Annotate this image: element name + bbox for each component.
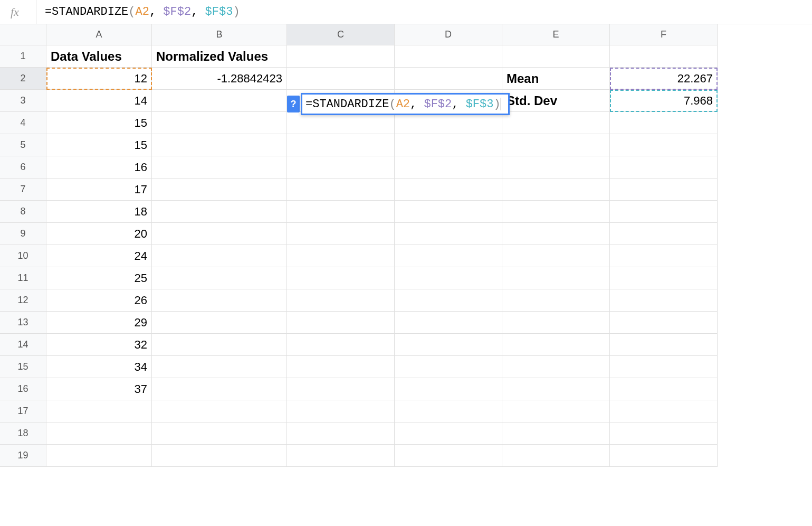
cell-E17[interactable] (502, 400, 610, 422)
cell-E14[interactable] (502, 334, 610, 356)
cell-C4[interactable] (287, 112, 395, 134)
cell-F8[interactable] (610, 201, 718, 223)
cell-C13[interactable] (287, 312, 395, 334)
cell-F3[interactable]: 7.968 (610, 90, 718, 112)
cell-E5[interactable] (502, 134, 610, 156)
cell-F2[interactable]: 22.267 (610, 68, 718, 90)
cell-B18[interactable] (152, 422, 287, 445)
cell-B17[interactable] (152, 400, 287, 422)
cell-A11[interactable]: 25 (46, 267, 152, 289)
cell-F6[interactable] (610, 156, 718, 179)
cell-E6[interactable] (502, 156, 610, 179)
cell-A3[interactable]: 14 (46, 90, 152, 112)
col-header-C[interactable]: C (287, 24, 395, 45)
cell-A14[interactable]: 32 (46, 334, 152, 356)
row-header[interactable]: 14 (0, 334, 46, 356)
cell-B12[interactable] (152, 289, 287, 312)
formula-bar[interactable]: fx =STANDARDIZE(A2, $F$2, $F$3) (0, 0, 812, 24)
cell-F10[interactable] (610, 245, 718, 267)
cell-A6[interactable]: 16 (46, 156, 152, 179)
cell-A15[interactable]: 34 (46, 356, 152, 378)
cell-E2[interactable]: Mean (502, 68, 610, 90)
cell-B15[interactable] (152, 356, 287, 378)
cell-D2[interactable] (395, 68, 502, 90)
row-header[interactable]: 17 (0, 400, 46, 422)
cell-E9[interactable] (502, 223, 610, 245)
cell-E8[interactable] (502, 201, 610, 223)
cell-F16[interactable] (610, 378, 718, 400)
cell-E4[interactable] (502, 112, 610, 134)
cell-A8[interactable]: 18 (46, 201, 152, 223)
cell-A2[interactable]: 12 (46, 68, 152, 90)
cell-D4[interactable] (395, 112, 502, 134)
cell-F12[interactable] (610, 289, 718, 312)
cell-E10[interactable] (502, 245, 610, 267)
cell-F9[interactable] (610, 223, 718, 245)
row-header[interactable]: 15 (0, 356, 46, 378)
cell-C11[interactable] (287, 267, 395, 289)
cell-B4[interactable] (152, 112, 287, 134)
cell-D17[interactable] (395, 400, 502, 422)
cell-A19[interactable] (46, 445, 152, 467)
cell-E1[interactable] (502, 45, 610, 68)
cell-A5[interactable]: 15 (46, 134, 152, 156)
col-header-F[interactable]: F (610, 24, 718, 45)
formula-input[interactable]: =STANDARDIZE(A2, $F$2, $F$3) (36, 0, 240, 24)
row-header[interactable]: 12 (0, 289, 46, 312)
cell-D1[interactable] (395, 45, 502, 68)
cell-B8[interactable] (152, 201, 287, 223)
cell-B6[interactable] (152, 156, 287, 179)
cell-D19[interactable] (395, 445, 502, 467)
cell-D14[interactable] (395, 334, 502, 356)
cell-E13[interactable] (502, 312, 610, 334)
col-header-B[interactable]: B (152, 24, 287, 45)
row-header[interactable]: 4 (0, 112, 46, 134)
cell-D10[interactable] (395, 245, 502, 267)
cell-B1[interactable]: Normalized Values (152, 45, 287, 68)
cell-F17[interactable] (610, 400, 718, 422)
col-header-D[interactable]: D (395, 24, 502, 45)
row-header[interactable]: 19 (0, 445, 46, 467)
cell-C5[interactable] (287, 134, 395, 156)
row-header[interactable]: 10 (0, 245, 46, 267)
cell-C19[interactable] (287, 445, 395, 467)
cell-E18[interactable] (502, 422, 610, 445)
cell-C10[interactable] (287, 245, 395, 267)
cell-D16[interactable] (395, 378, 502, 400)
cell-B10[interactable] (152, 245, 287, 267)
select-all-corner[interactable] (0, 24, 46, 45)
cell-F19[interactable] (610, 445, 718, 467)
cell-F11[interactable] (610, 267, 718, 289)
cell-E12[interactable] (502, 289, 610, 312)
cell-B3[interactable] (152, 90, 287, 112)
row-header[interactable]: 5 (0, 134, 46, 156)
cell-D8[interactable] (395, 201, 502, 223)
cell-D6[interactable] (395, 156, 502, 179)
cell-F18[interactable] (610, 422, 718, 445)
cell-E3[interactable]: Std. Dev (502, 90, 610, 112)
cell-E15[interactable] (502, 356, 610, 378)
cell-F7[interactable] (610, 179, 718, 201)
cell-D12[interactable] (395, 289, 502, 312)
row-header[interactable]: 18 (0, 422, 46, 445)
cell-C8[interactable] (287, 201, 395, 223)
row-header[interactable]: 7 (0, 179, 46, 201)
cell-D7[interactable] (395, 179, 502, 201)
cell-A17[interactable] (46, 400, 152, 422)
cell-F13[interactable] (610, 312, 718, 334)
cell-E16[interactable] (502, 378, 610, 400)
cell-C12[interactable] (287, 289, 395, 312)
cell-A1[interactable]: Data Values (46, 45, 152, 68)
cell-C15[interactable] (287, 356, 395, 378)
cell-B7[interactable] (152, 179, 287, 201)
cell-B9[interactable] (152, 223, 287, 245)
cell-B11[interactable] (152, 267, 287, 289)
row-header[interactable]: 2 (0, 68, 46, 90)
cell-C9[interactable] (287, 223, 395, 245)
cell-A18[interactable] (46, 422, 152, 445)
row-header[interactable]: 8 (0, 201, 46, 223)
cell-B13[interactable] (152, 312, 287, 334)
cell-B5[interactable] (152, 134, 287, 156)
spreadsheet[interactable]: A B C D E F 1Data ValuesNormalized Value… (0, 24, 812, 467)
cell-C14[interactable] (287, 334, 395, 356)
